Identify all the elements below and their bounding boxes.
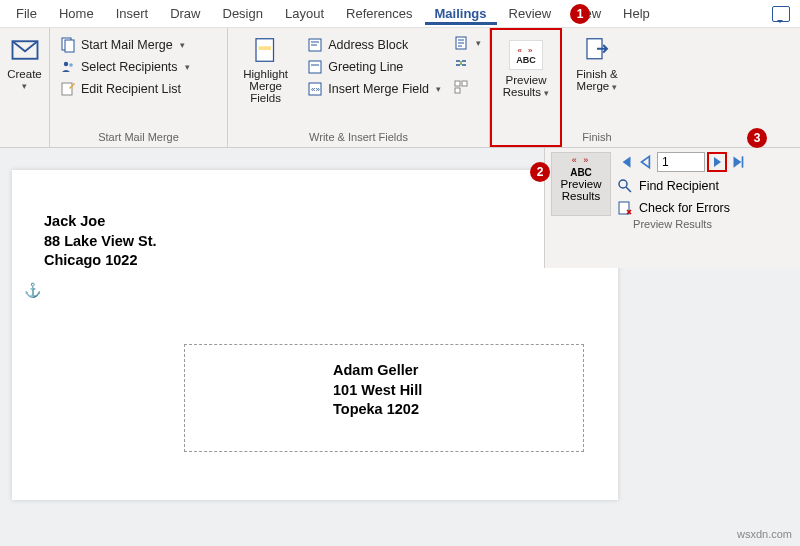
delivery-address[interactable]: Adam Geller 101 West Hill Topeka 1202 <box>333 361 567 420</box>
watermark: wsxdn.com <box>737 528 792 540</box>
delivery-street: 101 West Hill <box>333 381 567 401</box>
callout-1: 1 <box>570 4 590 24</box>
match-fields-button[interactable] <box>453 57 481 73</box>
return-address[interactable]: Jack Joe 88 Lake View St. Chicago 1022 <box>44 212 157 271</box>
envelope-page[interactable]: Jack Joe 88 Lake View St. Chicago 1022 ⚓… <box>12 170 618 500</box>
delivery-address-frame[interactable]: Adam Geller 101 West Hill Topeka 1202 <box>184 344 584 452</box>
group-label: Write & Insert Fields <box>234 128 483 147</box>
chevron-down-icon: ▾ <box>544 88 549 98</box>
group-preview-results: « » ABC Preview Results ▾ <box>490 28 562 147</box>
document-area: Jack Joe 88 Lake View St. Chicago 1022 ⚓… <box>0 148 800 546</box>
delivery-city: Topeka 1202 <box>333 400 567 420</box>
update-labels-icon <box>453 79 469 95</box>
svg-rect-2 <box>65 40 74 52</box>
edit-recipient-list-button[interactable]: Edit Recipient List <box>56 79 194 99</box>
svg-point-20 <box>619 180 627 188</box>
search-icon <box>617 178 633 194</box>
previous-record-button[interactable] <box>637 153 655 171</box>
greeting-icon <box>307 59 323 75</box>
highlight-icon <box>251 35 281 65</box>
people-icon <box>60 59 76 75</box>
rules-button[interactable]: ▾ <box>453 35 481 51</box>
next-record-button[interactable] <box>707 152 727 172</box>
envelope-icon <box>10 35 40 65</box>
group-write-insert: Highlight Merge Fields Address Block Gre… <box>228 28 490 147</box>
address-block-icon <box>307 37 323 53</box>
svg-rect-18 <box>455 88 460 93</box>
chevron-down-icon: ▾ <box>476 38 481 48</box>
group-start-mail-merge: Start Mail Merge▾ Select Recipients▾ Edi… <box>50 28 228 147</box>
tab-file[interactable]: File <box>6 2 47 25</box>
finish-merge-icon <box>582 35 612 65</box>
svg-line-21 <box>626 187 631 192</box>
abc-label: ABC <box>570 167 592 178</box>
chevron-down-icon: ▾ <box>612 82 617 92</box>
svg-rect-16 <box>455 81 460 86</box>
group-label: Finish <box>568 128 626 147</box>
finish-merge-button[interactable]: Finish & Merge ▾ <box>568 31 626 92</box>
document-merge-icon <box>60 37 76 53</box>
callout-3: 3 <box>747 128 767 148</box>
start-mail-merge-button[interactable]: Start Mail Merge▾ <box>56 35 194 55</box>
chevron-down-icon: ▾ <box>185 62 190 72</box>
record-number-input[interactable] <box>657 152 705 172</box>
update-labels-button[interactable] <box>453 79 481 95</box>
tab-home[interactable]: Home <box>49 2 104 25</box>
create-label: Create <box>7 68 42 80</box>
tab-mailings[interactable]: Mailings <box>425 2 497 25</box>
svg-rect-11 <box>309 61 321 73</box>
record-navigation <box>617 152 794 172</box>
tab-design[interactable]: Design <box>213 2 273 25</box>
last-record-button[interactable] <box>729 153 747 171</box>
insert-merge-field-button[interactable]: «» Insert Merge Field▾ <box>303 79 445 99</box>
create-button[interactable]: Create ▾ <box>6 31 43 91</box>
svg-rect-7 <box>258 46 271 50</box>
preview-results-panel: « » ABC Preview Results Find Recipient <box>544 148 800 268</box>
select-recipients-button[interactable]: Select Recipients▾ <box>56 57 194 77</box>
return-city: Chicago 1022 <box>44 251 157 271</box>
group-label: Start Mail Merge <box>56 128 221 147</box>
svg-rect-17 <box>462 81 467 86</box>
greeting-line-button[interactable]: Greeting Line <box>303 57 445 77</box>
comments-icon[interactable] <box>772 6 790 22</box>
delivery-name: Adam Geller <box>333 361 567 381</box>
address-block-button[interactable]: Address Block <box>303 35 445 55</box>
tab-help[interactable]: Help <box>613 2 660 25</box>
chevron-down-icon: ▾ <box>22 81 27 91</box>
chevron-down-icon: ▾ <box>180 40 185 50</box>
merge-field-icon: «» <box>307 81 323 97</box>
first-record-button[interactable] <box>617 153 635 171</box>
ribbon-tabs: File Home Insert Draw Design Layout Refe… <box>0 0 800 28</box>
check-errors-icon <box>617 200 633 216</box>
svg-point-4 <box>69 63 73 67</box>
highlight-merge-fields-button[interactable]: Highlight Merge Fields <box>234 31 297 104</box>
return-name: Jack Joe <box>44 212 157 232</box>
ribbon: Create ▾ Start Mail Merge▾ Select Recipi… <box>0 28 800 148</box>
anchor-icon: ⚓ <box>24 282 41 298</box>
preview-results-icon: « » ABC <box>509 40 543 70</box>
tab-references[interactable]: References <box>336 2 422 25</box>
tab-review[interactable]: Review <box>499 2 562 25</box>
check-for-errors-button[interactable]: Check for Errors <box>617 200 794 216</box>
preview-results-toggle[interactable]: « » ABC Preview Results <box>551 152 611 216</box>
group-create: Create ▾ <box>0 28 50 147</box>
svg-rect-22 <box>619 202 629 214</box>
tab-draw[interactable]: Draw <box>160 2 210 25</box>
tab-insert[interactable]: Insert <box>106 2 159 25</box>
chevron-down-icon: ▾ <box>436 84 441 94</box>
edit-list-icon <box>60 81 76 97</box>
find-recipient-button[interactable]: Find Recipient <box>617 178 794 194</box>
svg-rect-5 <box>62 83 72 95</box>
chevrons-icon: « » <box>572 155 591 165</box>
preview-results-button[interactable]: « » ABC Preview Results ▾ <box>498 36 554 98</box>
rules-icon <box>453 35 469 51</box>
tab-layout[interactable]: Layout <box>275 2 334 25</box>
svg-text:«»: «» <box>311 85 320 94</box>
match-fields-icon <box>453 57 469 73</box>
panel-label: Preview Results <box>551 216 794 234</box>
callout-2: 2 <box>530 162 550 182</box>
return-street: 88 Lake View St. <box>44 232 157 252</box>
group-finish: Finish & Merge ▾ Finish <box>562 28 632 147</box>
svg-point-3 <box>64 62 68 66</box>
